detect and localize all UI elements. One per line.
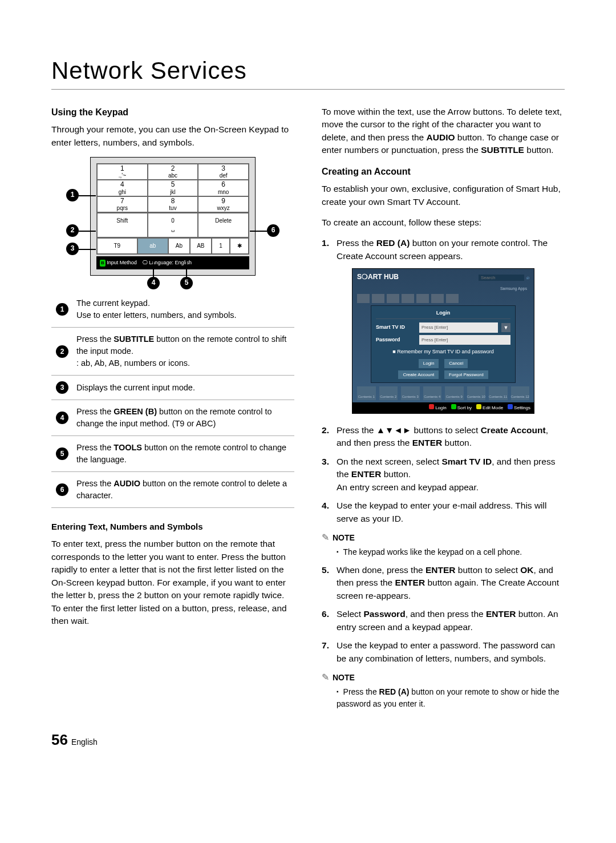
create-account-steps-intro: To create an account, follow these steps… — [322, 216, 565, 229]
hub-header: S❍ART HUB ⌕ — [352, 269, 534, 285]
password-field[interactable]: Press [Enter] — [419, 335, 510, 345]
right-column: To move within the text, use the Arrow b… — [322, 106, 565, 709]
keypad-key: 8tuv — [148, 196, 198, 212]
keypad-key: 2abc — [148, 164, 198, 180]
legend-text: Press the GREEN (B) button on the remote… — [73, 400, 294, 436]
legend-badge: 5 — [56, 447, 68, 460]
delete-key: Delete — [198, 213, 249, 237]
legend-badge: 1 — [56, 303, 68, 316]
legend-text: Press the TOOLS button on the remote con… — [73, 436, 294, 472]
zero-key: 0␣ — [148, 213, 198, 237]
forgot-password-button[interactable]: Forgot Password — [444, 370, 488, 380]
keypad-key: 7pqrs — [97, 196, 148, 212]
callout-5: 5 — [180, 277, 193, 289]
step-7: Use the keypad to enter a password. The … — [322, 639, 565, 665]
legend-text: The current keypad.Use to enter letters,… — [73, 292, 294, 328]
hub-footer: LoginSort byEdit ModeSettings — [352, 402, 534, 413]
page-number: 56English — [51, 731, 565, 749]
legend-table: 1The current keypad.Use to enter letters… — [51, 292, 294, 508]
left-column: Using the Keypad Through your remote, yo… — [51, 106, 294, 709]
hub-thumbs — [352, 293, 534, 304]
callout-3: 3 — [66, 243, 79, 255]
step-6: Select Password, and then press the ENTE… — [322, 608, 565, 634]
footer-item: Sort by — [451, 404, 472, 412]
smarttv-id-label: Smart TV ID — [376, 324, 416, 331]
footer-item: Login — [429, 404, 447, 412]
content-tile: Contents 11 — [489, 386, 508, 400]
hub-tiles: Contents 1Contents 2Contents 3Contents 4… — [352, 384, 534, 402]
legend-text: Press the AUDIO button on the remote con… — [73, 472, 294, 508]
keypad-bottom-row: Shift 0␣ Delete — [96, 213, 249, 238]
keypad-key: 5jkl — [148, 180, 198, 196]
legend-badge: 2 — [56, 345, 68, 358]
using-keypad-heading: Using the Keypad — [51, 106, 294, 119]
note-list: The keypad works like the keypad on a ce… — [322, 546, 565, 558]
content-tile: Contents 4 — [423, 386, 442, 400]
legend-text: Press the SUBTITLE button on the remote … — [73, 328, 294, 376]
hub-search: ⌕ — [479, 274, 529, 281]
mode-cell: AB — [190, 238, 212, 255]
keypad-key: 9wxyz — [198, 196, 249, 212]
callout-4: 4 — [147, 277, 160, 289]
callout-6: 6 — [267, 224, 279, 237]
legend-text: Displays the current input mode. — [73, 376, 294, 400]
entering-text-para: To enter text, press the number button o… — [51, 538, 294, 627]
mode-cell: 1 — [212, 238, 230, 255]
account-steps-cont2: When done, press the ENTER button to sel… — [322, 564, 565, 665]
callout-1: 1 — [66, 189, 79, 201]
create-account-intro: To establish your own, exclusive, config… — [322, 183, 565, 208]
title-divider — [51, 89, 565, 90]
keypad-info-bar: B Input Method 🖵 Language: English — [96, 256, 249, 269]
keypad-grid: 1.,'~2abc3def4ghi5jkl6mno7pqrs8tuv9wxyz — [96, 163, 249, 213]
account-steps: Press the RED (A) button on your remote … — [322, 237, 565, 263]
tools-icon: 🖵 — [143, 260, 148, 265]
creating-account-heading: Creating an Account — [322, 165, 565, 178]
mode-row: T9abAbAB1✱ — [96, 238, 249, 255]
entering-text-heading: Entering Text, Numbers and Symbols — [51, 521, 294, 533]
b-chip: B — [100, 260, 106, 267]
note-item-2: Press the RED (A) button on your remote … — [337, 686, 565, 709]
mode-cell: ✱ — [230, 238, 249, 255]
keypad-key: 3def — [198, 164, 249, 180]
mode-cell: ab — [137, 238, 168, 255]
note-heading: NOTE — [322, 531, 565, 544]
login-button[interactable]: Login — [419, 359, 439, 368]
content-tile: Contents 3 — [401, 386, 420, 400]
remember-text: ■ Remember my Smart TV ID and password — [376, 348, 510, 356]
two-columns: Using the Keypad Through your remote, yo… — [51, 106, 565, 709]
note-heading-2: NOTE — [322, 671, 565, 684]
legend-badge: 4 — [56, 412, 68, 424]
thumb — [357, 294, 370, 303]
login-panel: Login Smart TV ID Press [Enter] ▼ Passwo… — [371, 305, 516, 383]
search-icon: ⌕ — [526, 274, 529, 281]
note-item: The keypad works like the keypad on a ce… — [337, 546, 565, 558]
keypad-intro: Through your remote, you can use the On-… — [51, 123, 294, 149]
content-tile: Contents 10 — [467, 386, 486, 400]
step-5: When done, press the ENTER button to sel… — [322, 564, 565, 602]
create-account-button[interactable]: Create Account — [398, 370, 439, 380]
legend-badge: 3 — [56, 381, 68, 394]
search-input[interactable] — [479, 275, 524, 281]
page-title: Network Services — [51, 57, 565, 84]
step-3: On the next screen, select Smart TV ID, … — [322, 455, 565, 494]
keypad-key: 6mno — [198, 180, 249, 196]
footer-item: Edit Mode — [476, 404, 503, 412]
page: Network Services Using the Keypad Throug… — [0, 0, 616, 783]
smarttv-id-field[interactable]: Press [Enter] — [419, 322, 498, 333]
footer-item: Settings — [508, 404, 530, 412]
smarthub-login-figure: S❍ART HUB ⌕ Samsung Apps Login Smart TV … — [352, 268, 534, 414]
legend-badge: 6 — [56, 483, 68, 496]
cancel-button[interactable]: Cancel — [444, 359, 468, 368]
content-tile: Contents 2 — [379, 386, 398, 400]
mode-cell: Ab — [168, 238, 190, 255]
content-tile: Contents 12 — [511, 386, 530, 400]
keypad-figure: 1.,'~2abc3def4ghi5jkl6mno7pqrs8tuv9wxyz … — [90, 157, 256, 276]
content-tile: Contents 1 — [357, 386, 376, 400]
keypad-key: 1.,'~ — [97, 164, 148, 180]
step-1: Press the RED (A) button on your remote … — [322, 237, 565, 263]
callout-2: 2 — [66, 224, 79, 237]
dropdown-icon[interactable]: ▼ — [501, 323, 510, 332]
step-2: Press the ▲▼◄► buttons to select Create … — [322, 424, 565, 450]
smarthub-logo: S❍ART HUB — [357, 272, 399, 282]
step-4: Use the keypad to enter your e-mail addr… — [322, 499, 565, 525]
